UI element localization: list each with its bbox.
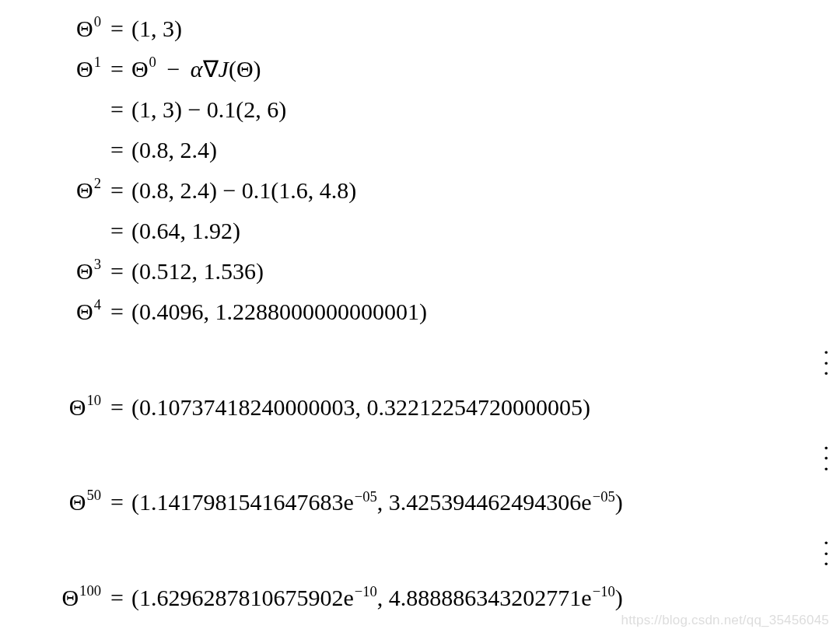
eq-line-theta1-step1: = (1, 3) − 0.1(2, 6) [14,98,832,121]
rhs-value: (0.64, 1.92) [131,219,240,243]
equals-sign: = [101,17,131,40]
sci-a: (1.1417981541647683e [131,489,354,515]
sci-exp-b: −10 [593,583,615,599]
theta-symbol: Θ [69,396,86,419]
eq-line-theta10: Θ10 = (0.10737418240000003, 0.3221225472… [14,396,832,419]
theta-symbol: Θ [69,491,86,514]
equals-sign: = [101,586,131,610]
superscript: 10 [86,393,101,408]
equals-sign: = [101,219,131,243]
eq-line-theta2-step: Θ2 = (0.8, 2.4) − 0.1(1.6, 4.8) [14,179,832,202]
alpha-symbol: α [191,56,203,82]
equals-sign: = [101,300,131,323]
equals-sign: = [101,260,131,283]
nabla-symbol: ∇ [203,56,219,82]
superscript: 4 [94,298,101,313]
rhs-value: (1.1417981541647683e−05, 3.4253944624943… [131,491,623,514]
theta-symbol: Θ [76,179,93,202]
rhs-value: (1, 3) [131,17,182,40]
superscript: 50 [86,488,101,503]
lhs-theta2: Θ2 [14,179,101,202]
eq-line-theta100: Θ100 = (1.6296287810675902e−10, 4.888886… [14,586,832,610]
eq-line-theta4: Θ4 = (0.4096, 1.2288000000000001) [14,300,832,323]
close-paren: ) [254,56,261,82]
lhs-theta100: Θ100 [14,586,101,610]
superscript: 2 [94,176,101,191]
lhs-theta4: Θ4 [14,300,101,323]
rhs-value: (0.512, 1.536) [131,260,264,283]
theta-symbol: Θ [131,56,149,82]
theta-symbol: Θ [76,300,93,323]
sci-mid: , 3.425394462494306e [377,489,592,515]
superscript: 0 [94,15,101,30]
lhs-theta50: Θ50 [14,491,101,514]
superscript: 0 [149,54,156,70]
lhs-theta3: Θ3 [14,260,101,283]
eq-line-theta1-result: = (0.8, 2.4) [14,138,832,162]
theta-symbol: Θ [76,260,93,283]
superscript: 3 [94,257,101,272]
theta-symbol: Θ [61,586,79,610]
sci-close: ) [615,489,623,515]
eq-line-theta3: Θ3 = (0.512, 1.536) [14,260,832,283]
theta-symbol: Θ [76,17,93,40]
sci-mid: , 4.888886343202771e [377,585,592,610]
equals-sign: = [101,58,131,81]
sci-exp-a: −05 [355,488,377,505]
lhs-theta10: Θ10 [14,396,101,419]
vertical-ellipsis: . . . [14,531,832,563]
eq-line-theta1-def: Θ1 = Θ0 − α∇J(Θ) [14,58,832,81]
rhs-value: (0.10737418240000003, 0.3221225472000000… [131,396,590,419]
sci-a: (1.6296287810675902e [131,585,354,610]
open-paren: ( [229,56,236,82]
rhs-value: (0.8, 2.4) − 0.1(1.6, 4.8) [131,179,356,202]
sci-close: ) [615,585,623,610]
rhs-value: (1, 3) − 0.1(2, 6) [131,98,286,121]
rhs-formula: Θ0 − α∇J(Θ) [131,58,261,81]
equals-sign: = [101,491,131,514]
rhs-value: (0.4096, 1.2288000000000001) [131,300,427,323]
vertical-ellipsis: . . . [14,341,832,372]
eq-line-theta2-result: = (0.64, 1.92) [14,219,832,243]
superscript: 1 [94,55,101,70]
rhs-value: (0.8, 2.4) [131,138,217,162]
vertical-ellipsis: . . . [14,436,832,468]
equals-sign: = [101,179,131,202]
theta-symbol: Θ [76,58,93,81]
rhs-value: (1.6296287810675902e−10, 4.8888863432027… [131,586,623,610]
lhs-theta0: Θ0 [14,17,101,40]
watermark-text: https://blog.csdn.net/qq_35456045 [621,613,829,628]
equation-block: Θ0 = (1, 3) Θ1 = Θ0 − α∇J(Θ) = (1, 3) − … [0,0,840,622]
superscript: 100 [79,584,101,599]
lhs-theta1: Θ1 [14,58,101,81]
sci-exp-a: −10 [355,583,377,599]
sci-exp-b: −05 [593,488,615,505]
equals-sign: = [101,396,131,419]
eq-line-theta50: Θ50 = (1.1417981541647683e−05, 3.4253944… [14,491,832,514]
eq-line-theta0: Θ0 = (1, 3) [14,17,832,40]
equals-sign: = [101,138,131,162]
j-symbol: J [219,56,229,82]
equals-sign: = [101,98,131,121]
theta-symbol: Θ [236,56,254,82]
minus-sign: − [162,56,184,82]
